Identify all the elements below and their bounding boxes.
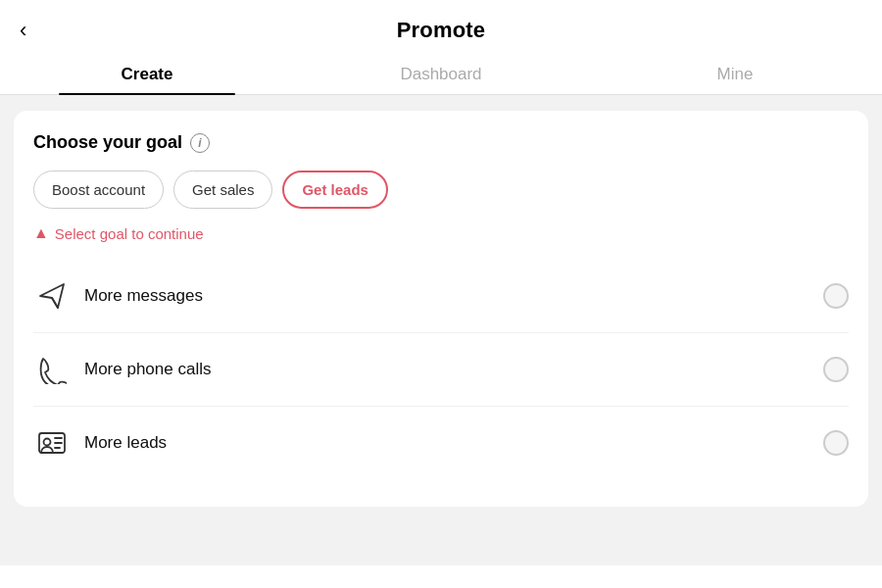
tabs-container: Create Dashboard Mine xyxy=(0,53,882,95)
tab-create[interactable]: Create xyxy=(0,53,294,94)
svg-marker-0 xyxy=(40,284,64,308)
page-title: Promote xyxy=(397,18,486,43)
option-phone-radio[interactable] xyxy=(823,357,849,382)
option-more-messages[interactable]: More messages xyxy=(33,260,849,333)
tab-mine[interactable]: Mine xyxy=(588,53,882,94)
get-leads-button[interactable]: Get leads xyxy=(282,171,388,209)
option-leads-label: More leads xyxy=(84,433,823,453)
option-more-leads[interactable]: More leads xyxy=(33,407,849,479)
option-phone-label: More phone calls xyxy=(84,360,823,379)
back-button[interactable]: ‹ xyxy=(20,20,26,41)
leads-icon xyxy=(33,424,71,462)
info-icon[interactable]: i xyxy=(190,133,210,153)
options-list: More messages More phone calls xyxy=(33,260,849,479)
option-more-phone-calls[interactable]: More phone calls xyxy=(33,333,849,407)
boost-account-button[interactable]: Boost account xyxy=(33,171,164,209)
goal-header: Choose your goal i xyxy=(33,132,849,153)
goal-title: Choose your goal xyxy=(33,132,182,153)
goal-buttons: Boost account Get sales Get leads xyxy=(33,171,849,209)
get-sales-button[interactable]: Get sales xyxy=(173,171,272,209)
phone-icon xyxy=(33,351,71,388)
warning-text: Select goal to continue xyxy=(55,225,204,242)
main-card: Choose your goal i Boost account Get sal… xyxy=(14,111,868,507)
messages-icon xyxy=(33,277,71,315)
content-area: Choose your goal i Boost account Get sal… xyxy=(0,95,882,565)
phone-container: ‹ Promote Create Dashboard Mine Choose y… xyxy=(0,0,882,588)
tab-dashboard[interactable]: Dashboard xyxy=(294,53,588,94)
svg-line-1 xyxy=(52,298,58,308)
option-messages-radio[interactable] xyxy=(823,283,849,309)
svg-point-3 xyxy=(44,439,51,446)
warning-icon: ▲ xyxy=(33,224,49,242)
option-leads-radio[interactable] xyxy=(823,430,849,456)
warning-message: ▲ Select goal to continue xyxy=(33,224,849,242)
header: ‹ Promote xyxy=(0,0,882,53)
option-messages-label: More messages xyxy=(84,286,823,306)
